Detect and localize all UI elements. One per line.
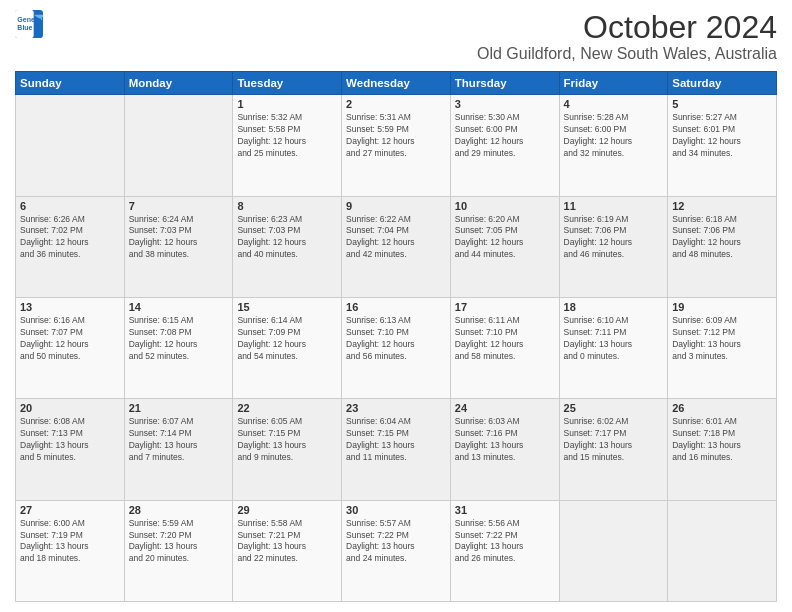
day-number: 17 bbox=[455, 301, 555, 313]
calendar-cell: 7Sunrise: 6:24 AM Sunset: 7:03 PM Daylig… bbox=[124, 196, 233, 297]
day-number: 7 bbox=[129, 200, 229, 212]
cell-info: Sunrise: 6:13 AM Sunset: 7:10 PM Dayligh… bbox=[346, 315, 446, 363]
day-number: 6 bbox=[20, 200, 120, 212]
day-number: 15 bbox=[237, 301, 337, 313]
cell-info: Sunrise: 6:08 AM Sunset: 7:13 PM Dayligh… bbox=[20, 416, 120, 464]
day-number: 21 bbox=[129, 402, 229, 414]
day-number: 30 bbox=[346, 504, 446, 516]
weekday-header-row: SundayMondayTuesdayWednesdayThursdayFrid… bbox=[16, 72, 777, 95]
calendar-cell bbox=[16, 95, 125, 196]
day-number: 22 bbox=[237, 402, 337, 414]
calendar-cell: 20Sunrise: 6:08 AM Sunset: 7:13 PM Dayli… bbox=[16, 399, 125, 500]
calendar-cell: 2Sunrise: 5:31 AM Sunset: 5:59 PM Daylig… bbox=[342, 95, 451, 196]
cell-info: Sunrise: 5:31 AM Sunset: 5:59 PM Dayligh… bbox=[346, 112, 446, 160]
calendar-cell: 4Sunrise: 5:28 AM Sunset: 6:00 PM Daylig… bbox=[559, 95, 668, 196]
day-number: 29 bbox=[237, 504, 337, 516]
title-block: October 2024 Old Guildford, New South Wa… bbox=[477, 10, 777, 63]
cell-info: Sunrise: 5:30 AM Sunset: 6:00 PM Dayligh… bbox=[455, 112, 555, 160]
calendar-cell: 12Sunrise: 6:18 AM Sunset: 7:06 PM Dayli… bbox=[668, 196, 777, 297]
calendar-cell: 5Sunrise: 5:27 AM Sunset: 6:01 PM Daylig… bbox=[668, 95, 777, 196]
weekday-header-wednesday: Wednesday bbox=[342, 72, 451, 95]
calendar-cell: 3Sunrise: 5:30 AM Sunset: 6:00 PM Daylig… bbox=[450, 95, 559, 196]
day-number: 31 bbox=[455, 504, 555, 516]
cell-info: Sunrise: 5:56 AM Sunset: 7:22 PM Dayligh… bbox=[455, 518, 555, 566]
weekday-header-sunday: Sunday bbox=[16, 72, 125, 95]
cell-info: Sunrise: 6:26 AM Sunset: 7:02 PM Dayligh… bbox=[20, 214, 120, 262]
calendar-cell: 17Sunrise: 6:11 AM Sunset: 7:10 PM Dayli… bbox=[450, 297, 559, 398]
day-number: 26 bbox=[672, 402, 772, 414]
calendar-cell: 22Sunrise: 6:05 AM Sunset: 7:15 PM Dayli… bbox=[233, 399, 342, 500]
day-number: 27 bbox=[20, 504, 120, 516]
cell-info: Sunrise: 6:16 AM Sunset: 7:07 PM Dayligh… bbox=[20, 315, 120, 363]
calendar-cell: 13Sunrise: 6:16 AM Sunset: 7:07 PM Dayli… bbox=[16, 297, 125, 398]
day-number: 2 bbox=[346, 98, 446, 110]
cell-info: Sunrise: 6:11 AM Sunset: 7:10 PM Dayligh… bbox=[455, 315, 555, 363]
calendar-cell: 28Sunrise: 5:59 AM Sunset: 7:20 PM Dayli… bbox=[124, 500, 233, 601]
cell-info: Sunrise: 6:04 AM Sunset: 7:15 PM Dayligh… bbox=[346, 416, 446, 464]
logo-icon: General Blue bbox=[15, 10, 43, 38]
calendar-cell bbox=[668, 500, 777, 601]
day-number: 4 bbox=[564, 98, 664, 110]
day-number: 5 bbox=[672, 98, 772, 110]
cell-info: Sunrise: 6:19 AM Sunset: 7:06 PM Dayligh… bbox=[564, 214, 664, 262]
week-row-2: 6Sunrise: 6:26 AM Sunset: 7:02 PM Daylig… bbox=[16, 196, 777, 297]
day-number: 14 bbox=[129, 301, 229, 313]
day-number: 28 bbox=[129, 504, 229, 516]
day-number: 23 bbox=[346, 402, 446, 414]
cell-info: Sunrise: 5:57 AM Sunset: 7:22 PM Dayligh… bbox=[346, 518, 446, 566]
cell-info: Sunrise: 5:28 AM Sunset: 6:00 PM Dayligh… bbox=[564, 112, 664, 160]
day-number: 10 bbox=[455, 200, 555, 212]
week-row-1: 1Sunrise: 5:32 AM Sunset: 5:58 PM Daylig… bbox=[16, 95, 777, 196]
week-row-5: 27Sunrise: 6:00 AM Sunset: 7:19 PM Dayli… bbox=[16, 500, 777, 601]
calendar-cell: 11Sunrise: 6:19 AM Sunset: 7:06 PM Dayli… bbox=[559, 196, 668, 297]
day-number: 9 bbox=[346, 200, 446, 212]
cell-info: Sunrise: 6:02 AM Sunset: 7:17 PM Dayligh… bbox=[564, 416, 664, 464]
calendar-cell: 10Sunrise: 6:20 AM Sunset: 7:05 PM Dayli… bbox=[450, 196, 559, 297]
cell-info: Sunrise: 6:20 AM Sunset: 7:05 PM Dayligh… bbox=[455, 214, 555, 262]
cell-info: Sunrise: 6:05 AM Sunset: 7:15 PM Dayligh… bbox=[237, 416, 337, 464]
weekday-header-thursday: Thursday bbox=[450, 72, 559, 95]
cell-info: Sunrise: 5:32 AM Sunset: 5:58 PM Dayligh… bbox=[237, 112, 337, 160]
calendar-cell bbox=[559, 500, 668, 601]
calendar-cell: 23Sunrise: 6:04 AM Sunset: 7:15 PM Dayli… bbox=[342, 399, 451, 500]
cell-info: Sunrise: 6:22 AM Sunset: 7:04 PM Dayligh… bbox=[346, 214, 446, 262]
weekday-header-saturday: Saturday bbox=[668, 72, 777, 95]
weekday-header-monday: Monday bbox=[124, 72, 233, 95]
subtitle: Old Guildford, New South Wales, Australi… bbox=[477, 45, 777, 63]
cell-info: Sunrise: 6:23 AM Sunset: 7:03 PM Dayligh… bbox=[237, 214, 337, 262]
calendar-cell: 30Sunrise: 5:57 AM Sunset: 7:22 PM Dayli… bbox=[342, 500, 451, 601]
calendar-cell: 18Sunrise: 6:10 AM Sunset: 7:11 PM Dayli… bbox=[559, 297, 668, 398]
day-number: 25 bbox=[564, 402, 664, 414]
calendar-cell: 8Sunrise: 6:23 AM Sunset: 7:03 PM Daylig… bbox=[233, 196, 342, 297]
svg-text:General: General bbox=[17, 16, 43, 23]
day-number: 19 bbox=[672, 301, 772, 313]
cell-info: Sunrise: 6:09 AM Sunset: 7:12 PM Dayligh… bbox=[672, 315, 772, 363]
day-number: 24 bbox=[455, 402, 555, 414]
header: General Blue October 2024 Old Guildford,… bbox=[15, 10, 777, 63]
calendar-cell: 25Sunrise: 6:02 AM Sunset: 7:17 PM Dayli… bbox=[559, 399, 668, 500]
calendar-cell: 15Sunrise: 6:14 AM Sunset: 7:09 PM Dayli… bbox=[233, 297, 342, 398]
calendar-cell: 16Sunrise: 6:13 AM Sunset: 7:10 PM Dayli… bbox=[342, 297, 451, 398]
weekday-header-tuesday: Tuesday bbox=[233, 72, 342, 95]
week-row-4: 20Sunrise: 6:08 AM Sunset: 7:13 PM Dayli… bbox=[16, 399, 777, 500]
day-number: 16 bbox=[346, 301, 446, 313]
cell-info: Sunrise: 6:18 AM Sunset: 7:06 PM Dayligh… bbox=[672, 214, 772, 262]
day-number: 3 bbox=[455, 98, 555, 110]
cell-info: Sunrise: 6:15 AM Sunset: 7:08 PM Dayligh… bbox=[129, 315, 229, 363]
page: General Blue October 2024 Old Guildford,… bbox=[0, 0, 792, 612]
week-row-3: 13Sunrise: 6:16 AM Sunset: 7:07 PM Dayli… bbox=[16, 297, 777, 398]
calendar-cell: 9Sunrise: 6:22 AM Sunset: 7:04 PM Daylig… bbox=[342, 196, 451, 297]
cell-info: Sunrise: 5:58 AM Sunset: 7:21 PM Dayligh… bbox=[237, 518, 337, 566]
cell-info: Sunrise: 6:03 AM Sunset: 7:16 PM Dayligh… bbox=[455, 416, 555, 464]
logo: General Blue bbox=[15, 10, 43, 38]
cell-info: Sunrise: 6:10 AM Sunset: 7:11 PM Dayligh… bbox=[564, 315, 664, 363]
calendar-cell: 21Sunrise: 6:07 AM Sunset: 7:14 PM Dayli… bbox=[124, 399, 233, 500]
day-number: 13 bbox=[20, 301, 120, 313]
day-number: 18 bbox=[564, 301, 664, 313]
cell-info: Sunrise: 6:01 AM Sunset: 7:18 PM Dayligh… bbox=[672, 416, 772, 464]
weekday-header-friday: Friday bbox=[559, 72, 668, 95]
calendar-cell bbox=[124, 95, 233, 196]
calendar-cell: 29Sunrise: 5:58 AM Sunset: 7:21 PM Dayli… bbox=[233, 500, 342, 601]
cell-info: Sunrise: 6:14 AM Sunset: 7:09 PM Dayligh… bbox=[237, 315, 337, 363]
day-number: 11 bbox=[564, 200, 664, 212]
